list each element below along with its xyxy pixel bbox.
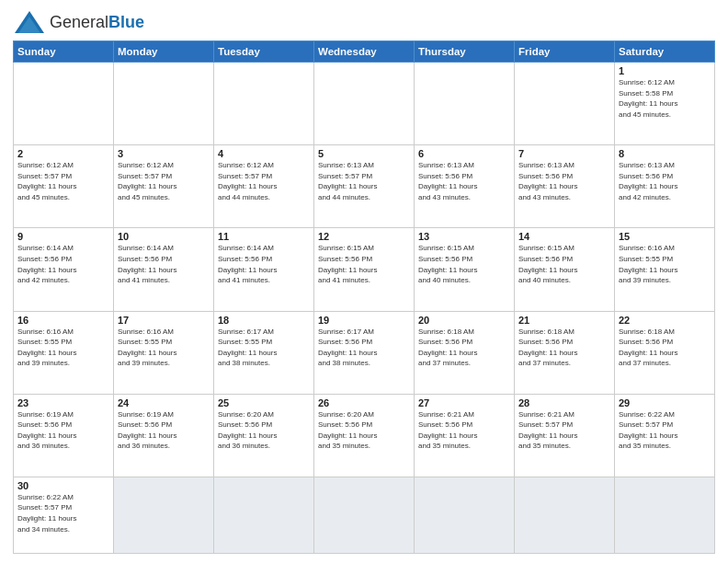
day-number: 13 — [418, 231, 510, 242]
calendar-cell: 22Sunrise: 6:18 AM Sunset: 5:56 PM Dayli… — [615, 311, 715, 394]
day-number: 7 — [518, 148, 610, 159]
day-info: Sunrise: 6:13 AM Sunset: 5:56 PM Dayligh… — [619, 160, 711, 202]
day-number: 19 — [318, 315, 410, 326]
day-info: Sunrise: 6:18 AM Sunset: 5:56 PM Dayligh… — [418, 327, 510, 369]
day-info: Sunrise: 6:19 AM Sunset: 5:56 PM Dayligh… — [17, 409, 109, 452]
calendar-cell: 5Sunrise: 6:13 AM Sunset: 5:57 PM Daylig… — [314, 145, 415, 228]
day-number: 16 — [17, 315, 109, 326]
day-info: Sunrise: 6:17 AM Sunset: 5:56 PM Dayligh… — [318, 327, 410, 369]
day-info: Sunrise: 6:21 AM Sunset: 5:57 PM Dayligh… — [518, 409, 610, 452]
day-number: 2 — [17, 148, 109, 159]
day-info: Sunrise: 6:22 AM Sunset: 5:57 PM Dayligh… — [17, 492, 109, 534]
day-info: Sunrise: 6:16 AM Sunset: 5:55 PM Dayligh… — [118, 327, 210, 369]
calendar-cell: 19Sunrise: 6:17 AM Sunset: 5:56 PM Dayli… — [314, 311, 415, 394]
calendar-week-row: 1Sunrise: 6:12 AM Sunset: 5:58 PM Daylig… — [14, 63, 715, 145]
calendar-cell: 25Sunrise: 6:20 AM Sunset: 5:56 PM Dayli… — [214, 394, 314, 477]
calendar-cell: 23Sunrise: 6:19 AM Sunset: 5:56 PM Dayli… — [14, 394, 114, 477]
logo-icon — [13, 9, 46, 35]
weekday-header: Friday — [515, 41, 615, 63]
calendar-cell — [515, 63, 615, 145]
calendar-cell — [415, 63, 515, 145]
weekday-header: Thursday — [415, 41, 515, 63]
day-number: 15 — [619, 231, 711, 242]
weekday-header: Sunday — [14, 41, 114, 63]
weekday-header: Tuesday — [214, 41, 314, 63]
calendar-week-row: 23Sunrise: 6:19 AM Sunset: 5:56 PM Dayli… — [14, 394, 715, 477]
day-info: Sunrise: 6:12 AM Sunset: 5:57 PM Dayligh… — [118, 160, 210, 202]
weekday-header: Wednesday — [314, 41, 415, 63]
calendar-cell — [114, 63, 214, 145]
day-info: Sunrise: 6:20 AM Sunset: 5:56 PM Dayligh… — [318, 409, 410, 452]
calendar-cell: 21Sunrise: 6:18 AM Sunset: 5:56 PM Dayli… — [515, 311, 615, 394]
calendar-header: SundayMondayTuesdayWednesdayThursdayFrid… — [14, 41, 715, 63]
calendar-cell — [214, 477, 314, 553]
calendar-cell: 14Sunrise: 6:15 AM Sunset: 5:56 PM Dayli… — [515, 228, 615, 311]
calendar-cell: 27Sunrise: 6:21 AM Sunset: 5:56 PM Dayli… — [415, 394, 515, 477]
day-info: Sunrise: 6:13 AM Sunset: 5:56 PM Dayligh… — [518, 160, 610, 202]
calendar-cell: 7Sunrise: 6:13 AM Sunset: 5:56 PM Daylig… — [515, 145, 615, 228]
day-number: 25 — [218, 397, 310, 408]
calendar-cell — [515, 477, 615, 553]
day-info: Sunrise: 6:14 AM Sunset: 5:56 PM Dayligh… — [118, 243, 210, 285]
day-info: Sunrise: 6:12 AM Sunset: 5:57 PM Dayligh… — [17, 160, 109, 202]
calendar-cell — [615, 477, 715, 553]
day-info: Sunrise: 6:12 AM Sunset: 5:57 PM Dayligh… — [218, 160, 310, 202]
day-info: Sunrise: 6:17 AM Sunset: 5:55 PM Dayligh… — [218, 327, 310, 369]
day-number: 21 — [518, 315, 610, 326]
day-number: 30 — [17, 480, 109, 491]
day-number: 27 — [418, 397, 510, 408]
day-number: 28 — [518, 397, 610, 408]
calendar-cell: 6Sunrise: 6:13 AM Sunset: 5:56 PM Daylig… — [415, 145, 515, 228]
calendar-cell: 1Sunrise: 6:12 AM Sunset: 5:58 PM Daylig… — [615, 63, 715, 145]
calendar-cell: 30Sunrise: 6:22 AM Sunset: 5:57 PM Dayli… — [14, 477, 114, 553]
logo-text: GeneralBlue — [50, 14, 144, 31]
day-info: Sunrise: 6:14 AM Sunset: 5:56 PM Dayligh… — [17, 243, 109, 285]
calendar-cell — [114, 477, 214, 553]
day-number: 1 — [619, 65, 711, 76]
day-number: 26 — [318, 397, 410, 408]
day-info: Sunrise: 6:14 AM Sunset: 5:56 PM Dayligh… — [218, 243, 310, 285]
day-number: 17 — [118, 315, 210, 326]
calendar-cell: 4Sunrise: 6:12 AM Sunset: 5:57 PM Daylig… — [214, 145, 314, 228]
day-number: 4 — [218, 148, 310, 159]
calendar: SundayMondayTuesdayWednesdayThursdayFrid… — [13, 40, 715, 554]
day-number: 8 — [619, 148, 711, 159]
page: GeneralBlue SundayMondayTuesdayWednesday… — [0, 0, 728, 563]
day-number: 18 — [218, 315, 310, 326]
day-number: 3 — [118, 148, 210, 159]
calendar-cell: 15Sunrise: 6:16 AM Sunset: 5:55 PM Dayli… — [615, 228, 715, 311]
day-number: 11 — [218, 231, 310, 242]
calendar-cell: 18Sunrise: 6:17 AM Sunset: 5:55 PM Dayli… — [214, 311, 314, 394]
day-info: Sunrise: 6:13 AM Sunset: 5:56 PM Dayligh… — [418, 160, 510, 202]
calendar-cell: 24Sunrise: 6:19 AM Sunset: 5:56 PM Dayli… — [114, 394, 214, 477]
calendar-cell: 13Sunrise: 6:15 AM Sunset: 5:56 PM Dayli… — [415, 228, 515, 311]
calendar-cell — [14, 63, 114, 145]
day-info: Sunrise: 6:16 AM Sunset: 5:55 PM Dayligh… — [17, 327, 109, 369]
day-number: 9 — [17, 231, 109, 242]
day-info: Sunrise: 6:19 AM Sunset: 5:56 PM Dayligh… — [118, 409, 210, 452]
day-info: Sunrise: 6:15 AM Sunset: 5:56 PM Dayligh… — [418, 243, 510, 285]
day-number: 12 — [318, 231, 410, 242]
calendar-cell: 9Sunrise: 6:14 AM Sunset: 5:56 PM Daylig… — [14, 228, 114, 311]
calendar-cell: 10Sunrise: 6:14 AM Sunset: 5:56 PM Dayli… — [114, 228, 214, 311]
calendar-cell — [314, 477, 415, 553]
calendar-week-row: 2Sunrise: 6:12 AM Sunset: 5:57 PM Daylig… — [14, 145, 715, 228]
weekday-header: Saturday — [615, 41, 715, 63]
day-info: Sunrise: 6:20 AM Sunset: 5:56 PM Dayligh… — [218, 409, 310, 452]
day-number: 6 — [418, 148, 510, 159]
day-info: Sunrise: 6:15 AM Sunset: 5:56 PM Dayligh… — [518, 243, 610, 285]
header: GeneralBlue — [13, 9, 715, 35]
calendar-week-row: 9Sunrise: 6:14 AM Sunset: 5:56 PM Daylig… — [14, 228, 715, 311]
calendar-cell — [415, 477, 515, 553]
calendar-cell: 26Sunrise: 6:20 AM Sunset: 5:56 PM Dayli… — [314, 394, 415, 477]
day-number: 23 — [17, 397, 109, 408]
calendar-cell: 12Sunrise: 6:15 AM Sunset: 5:56 PM Dayli… — [314, 228, 415, 311]
calendar-week-row: 30Sunrise: 6:22 AM Sunset: 5:57 PM Dayli… — [14, 477, 715, 553]
calendar-cell: 8Sunrise: 6:13 AM Sunset: 5:56 PM Daylig… — [615, 145, 715, 228]
day-number: 22 — [619, 315, 711, 326]
calendar-cell: 20Sunrise: 6:18 AM Sunset: 5:56 PM Dayli… — [415, 311, 515, 394]
calendar-cell — [314, 63, 415, 145]
day-info: Sunrise: 6:13 AM Sunset: 5:57 PM Dayligh… — [318, 160, 410, 202]
day-number: 10 — [118, 231, 210, 242]
weekday-header: Monday — [114, 41, 214, 63]
